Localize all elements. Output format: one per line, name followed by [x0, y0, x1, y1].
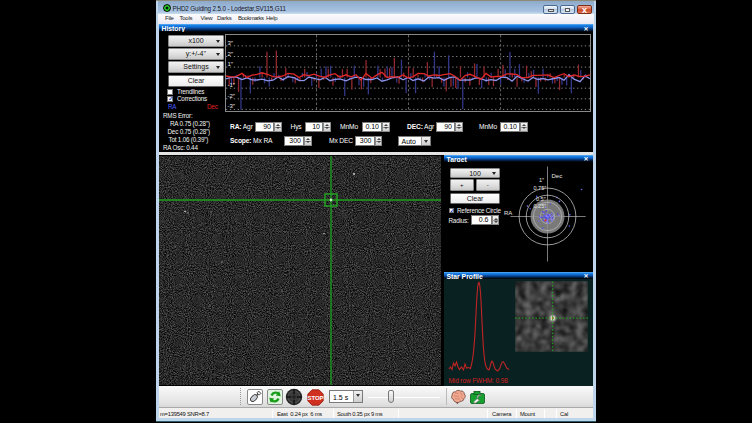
svg-text:3″: 3″ — [228, 40, 234, 46]
svg-text:Mid row FWHM: 0.98: Mid row FWHM: 0.98 — [449, 377, 509, 384]
svg-text:-1″: -1″ — [228, 82, 236, 88]
svg-text:RA: RA — [504, 210, 512, 216]
svg-text:-3″: -3″ — [228, 103, 236, 109]
svg-text:1″: 1″ — [228, 61, 234, 67]
svg-text:0.25″: 0.25″ — [534, 203, 547, 209]
svg-text:-2″: -2″ — [228, 92, 236, 98]
svg-text:2″: 2″ — [228, 50, 234, 56]
svg-text:1″: 1″ — [539, 177, 544, 183]
svg-text:0.75″: 0.75″ — [534, 185, 547, 191]
svg-text:STOP: STOP — [307, 394, 323, 400]
svg-text:Dec: Dec — [552, 173, 563, 179]
